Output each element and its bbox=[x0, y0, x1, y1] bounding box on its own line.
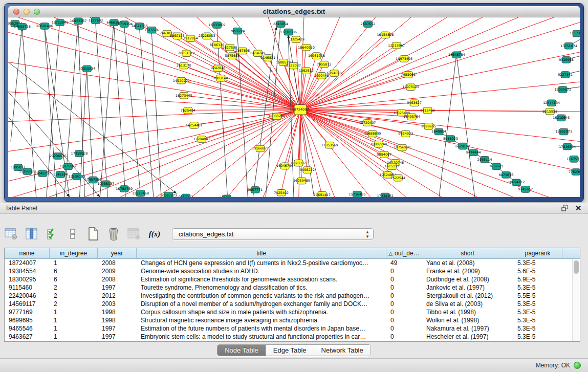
network-node[interactable]: 10975887 bbox=[60, 163, 77, 170]
network-node[interactable]: 1362615 bbox=[299, 68, 314, 74]
table-row[interactable]: 946554611997Estimation of the future num… bbox=[5, 324, 580, 333]
network-node[interactable]: 16782759 bbox=[116, 186, 133, 192]
network-node[interactable]: 14055718 bbox=[14, 24, 31, 30]
network-node[interactable]: 16210643 bbox=[553, 115, 570, 121]
network-canvas[interactable]: 9352914140557182069140615722046106532671… bbox=[8, 17, 580, 197]
network-node[interactable]: 1167533 bbox=[567, 156, 580, 163]
cell-year[interactable]: 1997 bbox=[98, 333, 137, 341]
table-row[interactable]: 2242004622012Investigating the contribut… bbox=[5, 292, 580, 300]
close-window-icon[interactable] bbox=[13, 9, 19, 15]
network-node[interactable]: 9329966 bbox=[559, 57, 574, 63]
cell-title[interactable]: Structural magnetic resonance image aver… bbox=[137, 316, 386, 324]
network-node[interactable]: 2367608 bbox=[235, 48, 250, 54]
cell-pagerank[interactable]: 5.3E-5 bbox=[513, 283, 562, 292]
cell-out_de[interactable]: 0 bbox=[386, 300, 422, 308]
network-node[interactable]: 17334261 bbox=[377, 193, 394, 197]
cell-title[interactable]: Corpus callosum shape and size in male p… bbox=[137, 308, 386, 316]
function-builder-icon[interactable]: f(x) bbox=[147, 227, 162, 241]
network-node[interactable]: 17016504 bbox=[559, 143, 576, 150]
cell-title[interactable]: Tourette syndrome. Phenomenology and cla… bbox=[137, 283, 386, 292]
network-node[interactable]: 1853584 bbox=[220, 195, 234, 197]
cell-year[interactable]: 1998 bbox=[98, 308, 137, 316]
cell-pagerank[interactable]: 5.3E-5 bbox=[513, 308, 562, 316]
network-node[interactable]: 13325419 bbox=[288, 36, 304, 43]
cell-in_degree[interactable]: 1 bbox=[50, 308, 98, 316]
network-node[interactable]: 13751074 bbox=[560, 42, 577, 49]
cell-name[interactable]: 9465546 bbox=[5, 324, 50, 333]
cell-pagerank[interactable]: 5.3E-5 bbox=[513, 300, 562, 308]
cell-year[interactable]: 1997 bbox=[98, 283, 137, 292]
citation-network-graph[interactable]: 9352914140557182069140615722046106532671… bbox=[8, 17, 580, 197]
network-node[interactable]: 8471676 bbox=[499, 172, 514, 179]
network-node[interactable]: 20851510 bbox=[178, 50, 195, 57]
cell-in_degree[interactable]: 2 bbox=[50, 300, 98, 308]
column-header-year[interactable]: year bbox=[98, 248, 137, 258]
network-node[interactable]: 6794028 bbox=[327, 70, 342, 77]
float-panel-icon[interactable] bbox=[560, 204, 570, 212]
cell-short[interactable]: Hescheler et al. (1997) bbox=[422, 333, 513, 341]
network-node[interactable]: 11691447 bbox=[314, 191, 331, 197]
table-selector-dropdown[interactable]: citations_edges.txt ▲▼ bbox=[172, 228, 374, 240]
tab-edge-table[interactable]: Edge Table bbox=[266, 345, 314, 356]
table-vertical-scrollbar[interactable] bbox=[572, 259, 580, 342]
cell-in_degree[interactable]: 6 bbox=[50, 275, 98, 283]
cell-short[interactable]: Tibbo et al. (1998) bbox=[422, 308, 513, 316]
network-node[interactable]: 10653267 bbox=[70, 18, 87, 25]
column-header-in_degree[interactable]: in_degree bbox=[50, 248, 98, 258]
column-header-name[interactable]: name bbox=[5, 248, 50, 258]
network-hub-node[interactable]: 18724007 bbox=[292, 105, 309, 115]
table-row[interactable]: 1830029562008Estimation of significance … bbox=[5, 275, 580, 283]
network-node[interactable]: 10756928 bbox=[394, 144, 410, 151]
cell-out_de[interactable]: 0 bbox=[386, 267, 422, 275]
zoom-window-icon[interactable] bbox=[34, 9, 40, 15]
table-row[interactable]: 969969511998Structural magnetic resonanc… bbox=[5, 316, 580, 324]
network-node[interactable]: 1527602 bbox=[88, 17, 103, 24]
cell-name[interactable]: 9699695 bbox=[5, 316, 50, 324]
column-header-pagerank[interactable]: pagerank bbox=[513, 248, 562, 258]
table-settings-icon[interactable] bbox=[4, 227, 18, 241]
network-node[interactable]: 9884067 bbox=[377, 151, 391, 158]
cell-year[interactable]: 2012 bbox=[98, 292, 137, 300]
cell-in_degree[interactable]: 2 bbox=[50, 292, 98, 300]
network-node[interactable]: 9557212 bbox=[179, 194, 193, 197]
network-node[interactable]: 7762395 bbox=[569, 169, 580, 176]
cell-year[interactable]: 1997 bbox=[98, 324, 137, 333]
network-node[interactable]: 15720407 bbox=[359, 120, 376, 126]
cell-in_degree[interactable]: 1 bbox=[50, 324, 98, 333]
cell-out_de[interactable]: 0 bbox=[386, 283, 422, 292]
cell-pagerank[interactable]: 5.3E-5 bbox=[513, 316, 562, 324]
column-header-short[interactable]: short bbox=[422, 248, 513, 258]
network-node[interactable]: 10654112 bbox=[508, 179, 525, 186]
cell-title[interactable]: Estimation of the future numbers of pati… bbox=[137, 324, 386, 333]
network-node[interactable]: 15692971 bbox=[555, 128, 572, 135]
network-node[interactable]: 11156889 bbox=[19, 168, 36, 175]
cell-in_degree[interactable]: 2 bbox=[50, 283, 98, 292]
network-node[interactable]: 7632621 bbox=[489, 163, 504, 170]
network-node[interactable]: 12975125 bbox=[402, 84, 419, 91]
network-node[interactable]: 1640954 bbox=[431, 128, 446, 135]
table-panel-titlebar[interactable]: Table Panel ✕ bbox=[0, 203, 588, 214]
cell-year[interactable]: 2008 bbox=[98, 275, 137, 283]
network-node[interactable]: 1990448 bbox=[314, 73, 329, 79]
cell-title[interactable]: Changes of HCN gene expression and I(f) … bbox=[137, 259, 386, 267]
network-node[interactable]: 9474444 bbox=[466, 149, 481, 156]
cell-name[interactable]: 19384554 bbox=[5, 267, 50, 275]
cell-pagerank[interactable]: 5.5E-5 bbox=[513, 292, 562, 300]
network-view-frame[interactable]: citations_edges.txt 93529141405571820691… bbox=[4, 3, 584, 202]
cell-pagerank[interactable]: 5.9E-5 bbox=[513, 275, 562, 283]
network-node[interactable]: 8215958 bbox=[542, 108, 557, 115]
network-node[interactable]: 7425402 bbox=[274, 189, 289, 196]
network-node[interactable]: 13218506 bbox=[280, 29, 297, 35]
table-row[interactable]: 1872400712008Changes of HCN gene express… bbox=[5, 259, 580, 267]
network-node[interactable]: 12213967 bbox=[388, 42, 405, 49]
cell-pagerank[interactable]: 5.3E-5 bbox=[513, 259, 562, 267]
network-node[interactable]: 20062273 bbox=[160, 192, 177, 197]
cell-pagerank[interactable]: 5.3E-5 bbox=[513, 324, 562, 333]
network-node[interactable]: 16254461 bbox=[186, 122, 203, 129]
cell-year[interactable]: 2003 bbox=[98, 300, 137, 308]
table-row[interactable]: 911546021997Tourette syndrome. Phenomeno… bbox=[5, 283, 580, 292]
network-node[interactable]: 9654923 bbox=[398, 130, 413, 137]
cell-name[interactable]: 9115460 bbox=[5, 283, 50, 292]
cell-out_de[interactable]: 0 bbox=[386, 275, 422, 283]
network-node[interactable]: 12323468 bbox=[132, 190, 149, 196]
